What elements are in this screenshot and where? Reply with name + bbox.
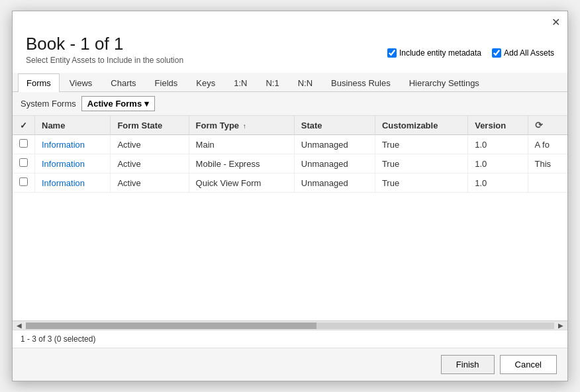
tabs-bar: FormsViewsChartsFieldsKeys1:NN:1N:NBusin… [13, 73, 567, 92]
row-checkbox-cell[interactable] [13, 173, 35, 193]
customizable-column-header[interactable]: Customizable [375, 116, 467, 135]
row-checkbox-cell[interactable] [13, 135, 35, 154]
scroll-left-arrow[interactable]: ◀ [14, 321, 24, 330]
row-form-state-cell: Active [111, 154, 189, 173]
row-name-cell[interactable]: Information [35, 173, 111, 193]
table-row: InformationActiveQuick View FormUnmanage… [13, 173, 567, 193]
row-extra-cell: A fo [528, 135, 567, 154]
row-form-type-cell: Mobile - Express [189, 154, 294, 173]
include-metadata-label: Include entity metadata [399, 48, 481, 58]
dialog-header: Book - 1 of 1 Select Entity Assets to In… [13, 28, 567, 73]
tab-fields[interactable]: Fields [146, 74, 187, 92]
status-bar: 1 - 3 of 3 (0 selected) [13, 330, 567, 348]
finish-button[interactable]: Finish [441, 355, 495, 374]
form-name-link[interactable]: Information [42, 140, 85, 150]
tab-keys[interactable]: Keys [187, 74, 224, 92]
tab-charts[interactable]: Charts [102, 74, 144, 92]
version-column-header[interactable]: Version [468, 116, 528, 135]
tab-forms[interactable]: Forms [18, 74, 60, 92]
chevron-down-icon: ▾ [144, 99, 149, 109]
form-state-column-header[interactable]: Form State [111, 116, 189, 135]
row-state-cell: Unmanaged [294, 135, 375, 154]
dropdown-label: Active Forms [87, 99, 142, 109]
check-column-header[interactable]: ✓ [13, 116, 35, 135]
row-customizable-cell: True [375, 173, 467, 193]
add-all-assets-checkbox[interactable] [492, 48, 501, 58]
row-checkbox[interactable] [19, 139, 28, 148]
refresh-column-header[interactable]: ⟳ [528, 116, 567, 135]
tab-hierarchy_settings[interactable]: Hierarchy Settings [401, 74, 488, 92]
horizontal-scrollbar[interactable]: ◀ ▶ [13, 320, 567, 330]
subheader-label: System Forms [21, 99, 76, 109]
scroll-right-arrow[interactable]: ▶ [556, 321, 566, 330]
tab-nn[interactable]: N:N [289, 74, 321, 92]
tab-n1[interactable]: N:1 [257, 74, 287, 92]
tab-views[interactable]: Views [61, 74, 101, 92]
state-column-header[interactable]: State [294, 116, 375, 135]
cancel-button[interactable]: Cancel [500, 355, 557, 374]
row-version-cell: 1.0 [468, 173, 528, 193]
add-all-assets-checkbox-item: Add All Assets [492, 48, 554, 58]
row-version-cell: 1.0 [468, 135, 528, 154]
status-text: 1 - 3 of 3 (0 selected) [21, 334, 95, 344]
include-metadata-checkbox-item: Include entity metadata [387, 48, 481, 58]
row-extra-cell [528, 173, 567, 193]
row-form-state-cell: Active [111, 135, 189, 154]
dialog-footer: Finish Cancel [13, 348, 567, 381]
table-row: InformationActiveMainUnmanagedTrue1.0A f… [13, 135, 567, 154]
row-checkbox-cell[interactable] [13, 154, 35, 173]
row-name-cell[interactable]: Information [35, 154, 111, 173]
tab-1n[interactable]: 1:N [225, 74, 256, 92]
row-customizable-cell: True [375, 154, 467, 173]
row-version-cell: 1.0 [468, 154, 528, 173]
main-dialog: ✕ Book - 1 of 1 Select Entity Assets to … [12, 11, 568, 381]
name-column-header[interactable]: Name [35, 116, 111, 135]
row-form-type-cell: Quick View Form [189, 173, 294, 193]
forms-table: ✓ Name Form State Form Type ↑ State Cust… [13, 116, 567, 193]
row-checkbox[interactable] [19, 158, 28, 167]
header-checkboxes: Include entity metadata Add All Assets [387, 48, 554, 58]
row-form-type-cell: Main [189, 135, 294, 154]
title-bar: ✕ [13, 11, 567, 28]
scroll-track[interactable] [26, 322, 554, 329]
row-state-cell: Unmanaged [294, 173, 375, 193]
row-checkbox[interactable] [19, 177, 28, 186]
add-all-assets-label: Add All Assets [504, 48, 554, 58]
tab-business_rules[interactable]: Business Rules [322, 74, 399, 92]
table-row: InformationActiveMobile - ExpressUnmanag… [13, 154, 567, 173]
form-type-column-header[interactable]: Form Type ↑ [189, 116, 294, 135]
row-extra-cell: This [528, 154, 567, 173]
scroll-thumb[interactable] [26, 322, 316, 329]
table-container: ✓ Name Form State Form Type ↑ State Cust… [13, 116, 567, 320]
active-forms-dropdown[interactable]: Active Forms ▾ [81, 96, 155, 111]
subheader: System Forms Active Forms ▾ [13, 92, 567, 116]
form-name-link[interactable]: Information [42, 159, 85, 169]
table-header-row: ✓ Name Form State Form Type ↑ State Cust… [13, 116, 567, 135]
row-customizable-cell: True [375, 135, 467, 154]
include-metadata-checkbox[interactable] [387, 48, 397, 58]
form-name-link[interactable]: Information [42, 178, 85, 188]
row-state-cell: Unmanaged [294, 154, 375, 173]
row-name-cell[interactable]: Information [35, 135, 111, 154]
close-button[interactable]: ✕ [549, 15, 562, 28]
row-form-state-cell: Active [111, 173, 189, 193]
